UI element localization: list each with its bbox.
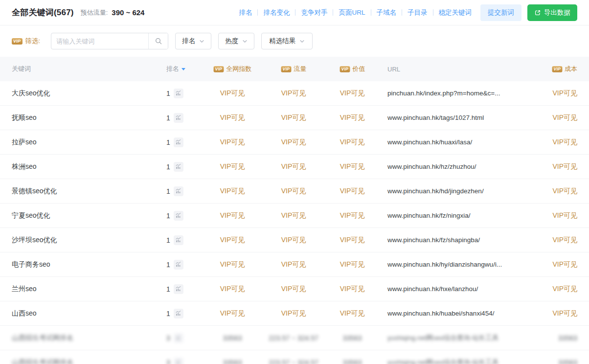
tab-subdirectories[interactable]: 子目录	[408, 8, 428, 17]
submit-new-words-button[interactable]: 提交新词	[480, 4, 521, 21]
tab-separator	[402, 9, 402, 16]
rank-cell: 1	[166, 113, 201, 123]
cost-cell: VIP可见	[531, 285, 577, 294]
tab-rank-change[interactable]: 排名变化	[263, 8, 290, 17]
tab-separator	[371, 9, 371, 16]
rank-cell: 1	[166, 284, 201, 294]
value-cell: VIP可见	[323, 285, 382, 294]
col-header-value: VIP 价值	[323, 65, 382, 73]
table-row[interactable]: 山西seo 1 VIP可见 VIP可见 VIP可见 www.pinchuan.h…	[0, 301, 589, 326]
rank-trend-chart-icon[interactable]	[174, 211, 183, 221]
filter-bar: VIP 筛选: 排名 热度	[0, 25, 589, 57]
value-cell: VIP可见	[323, 187, 382, 196]
rank-value: 3	[166, 334, 170, 342]
rank-value: 1	[166, 114, 170, 122]
export-data-label: 导出数据	[544, 8, 570, 17]
value-cell: VIP可见	[323, 236, 382, 245]
table-row[interactable]: 抚顺seo 1 VIP可见 VIP可见 VIP可见 www.pinchuan.h…	[0, 106, 589, 130]
cost-cell: VIP可见	[531, 187, 577, 196]
cost-cell: VIP可见	[531, 138, 577, 147]
rank-value: 1	[166, 285, 170, 293]
search-button[interactable]	[148, 33, 168, 49]
cost-cell: VIP可见	[531, 260, 577, 269]
rank-trend-chart-icon[interactable]	[174, 235, 183, 245]
rank-cell: 1	[166, 89, 201, 98]
url-cell: www.pinchuan.hk/hd/jingdezhen/	[382, 187, 531, 195]
table-row[interactable]: 宁夏seo优化 1 VIP可见 VIP可见 VIP可见 www.pinchuan…	[0, 204, 589, 228]
col-header-rank[interactable]: 排名	[166, 65, 201, 73]
rank-trend-chart-icon[interactable]	[174, 260, 183, 270]
rank-trend-chart-icon[interactable]	[174, 358, 183, 364]
traffic-cell: 223.57 ~ 324.57	[264, 334, 323, 342]
traffic-cell: VIP可见	[264, 260, 323, 269]
rank-value: 1	[166, 90, 170, 97]
rank-trend-chart-icon[interactable]	[174, 113, 183, 123]
index-cell: VIP可见	[201, 285, 264, 294]
chevron-down-icon	[242, 39, 248, 44]
tab-rank[interactable]: 排名	[239, 8, 252, 17]
traffic-cell: VIP可见	[264, 236, 323, 245]
rank-value: 1	[166, 187, 170, 195]
cost-cell: VIP可见	[531, 211, 577, 220]
table-row[interactable]: 山西招生考试网排名 3 33563 223.57 ~ 324.57 33563 …	[0, 350, 589, 364]
cost-cell: 33563	[531, 359, 577, 364]
table-row[interactable]: 拉萨seo 1 VIP可见 VIP可见 VIP可见 www.pinchuan.h…	[0, 130, 589, 155]
tab-competitors[interactable]: 竞争对手	[301, 8, 327, 17]
keyword-analysis-page: 全部关键词(567) 预估流量: 390 ~ 624 排名 排名变化 竞争对手 …	[0, 0, 589, 364]
traffic-cell: VIP可见	[264, 285, 323, 294]
table-row[interactable]: 景德镇seo优化 1 VIP可见 VIP可见 VIP可见 www.pinchua…	[0, 179, 589, 204]
table-row[interactable]: 株洲seo 1 VIP可见 VIP可见 VIP可见 www.pinchuan.h…	[0, 155, 589, 179]
rank-value: 3	[166, 359, 170, 364]
keyword-cell: 景德镇seo优化	[12, 187, 166, 196]
popularity-filter-dropdown[interactable]: 热度	[218, 33, 254, 49]
tab-subdomains[interactable]: 子域名	[377, 8, 397, 17]
rank-value: 1	[166, 261, 170, 269]
tab-page-url[interactable]: 页面URL	[339, 8, 365, 17]
table-row[interactable]: 山西招生考试网排名 3 33563 223.57 ~ 324.57 33563 …	[0, 326, 589, 350]
rank-cell: 3	[166, 333, 201, 343]
keyword-search-box	[51, 33, 168, 49]
keyword-search-input[interactable]	[51, 38, 148, 45]
col-header-index: VIP 全网指数	[201, 65, 264, 73]
index-cell: 33563	[201, 334, 264, 342]
rank-trend-chart-icon[interactable]	[174, 137, 183, 147]
table-row[interactable]: 大庆seo优化 1 VIP可见 VIP可见 VIP可见 pinchuan.hk/…	[0, 81, 589, 106]
col-header-keyword: 关键词	[12, 65, 166, 73]
url-cell: yushiqing.net网seo综合查询-站长工具	[382, 358, 531, 364]
tab-separator	[433, 9, 433, 16]
rank-trend-chart-icon[interactable]	[174, 162, 183, 172]
rank-trend-chart-icon[interactable]	[174, 309, 183, 318]
tab-stable-keywords[interactable]: 稳定关键词	[439, 8, 472, 17]
rank-trend-chart-icon[interactable]	[174, 186, 183, 196]
export-data-button[interactable]: 导出数据	[527, 4, 577, 21]
rank-header-label: 排名	[166, 65, 179, 73]
table-row[interactable]: 沙坪坝seo优化 1 VIP可见 VIP可见 VIP可见 www.pinchua…	[0, 228, 589, 252]
cost-cell: VIP可见	[531, 236, 577, 245]
rank-cell: 1	[166, 211, 201, 221]
tab-separator	[333, 9, 333, 16]
value-cell: VIP可见	[323, 260, 382, 269]
rank-value: 1	[166, 163, 170, 171]
featured-results-dropdown[interactable]: 精选结果	[261, 33, 313, 49]
index-cell: VIP可见	[201, 309, 264, 318]
value-cell: VIP可见	[323, 138, 382, 147]
value-cell: 33563	[323, 359, 382, 364]
table-row[interactable]: 电子商务seo 1 VIP可见 VIP可见 VIP可见 www.pinchuan…	[0, 252, 589, 277]
value-cell: VIP可见	[323, 89, 382, 98]
traffic-cell: VIP可见	[264, 162, 323, 171]
rank-trend-chart-icon[interactable]	[174, 284, 183, 294]
url-cell: www.pinchuan.hk/hy/dianzishangwu/i...	[382, 261, 531, 268]
value-cell: VIP可见	[323, 162, 382, 171]
url-cell: www.pinchuan.hk/huabei/shanxi454/	[382, 310, 531, 317]
rank-filter-dropdown[interactable]: 排名	[175, 33, 211, 49]
rank-value: 1	[166, 138, 170, 146]
rank-trend-chart-icon[interactable]	[174, 333, 183, 343]
cost-cell: VIP可见	[531, 162, 577, 171]
keyword-cell: 山西招生考试网排名	[12, 358, 166, 364]
index-cell: VIP可见	[201, 236, 264, 245]
rank-trend-chart-icon[interactable]	[174, 89, 183, 98]
traffic-cell: VIP可见	[264, 309, 323, 318]
url-cell: pinchuan.hk/index.php?m=home&c=...	[382, 90, 531, 97]
summary-area: 全部关键词(567) 预估流量: 390 ~ 624	[12, 7, 144, 18]
table-row[interactable]: 兰州seo 1 VIP可见 VIP可见 VIP可见 www.pinchuan.h…	[0, 277, 589, 301]
